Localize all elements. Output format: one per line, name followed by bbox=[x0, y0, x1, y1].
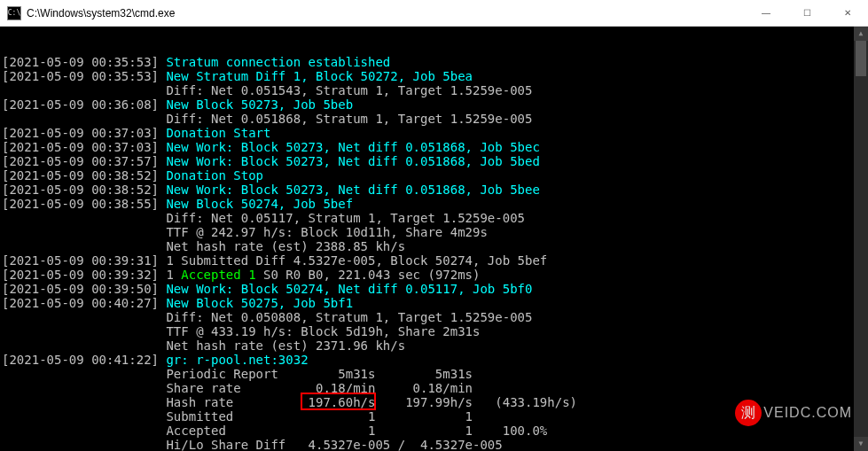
timestamp: [2021-05-09 00:35:53] bbox=[2, 69, 166, 83]
console-line: [2021-05-09 00:40:27] New Block 50275, J… bbox=[2, 296, 866, 310]
titlebar[interactable]: C:\ C:\Windows\system32\cmd.exe — ☐ ✕ bbox=[0, 0, 868, 27]
timestamp: [2021-05-09 00:35:53] bbox=[2, 55, 166, 69]
timestamp bbox=[2, 338, 166, 353]
console-line: [2021-05-09 00:41:22] gr: r-pool.net:303… bbox=[2, 353, 866, 367]
accepted-text: Accepted 1 bbox=[181, 268, 255, 282]
console-line: [2021-05-09 00:36:08] New Block 50273, J… bbox=[2, 97, 866, 112]
console-line: [2021-05-09 00:38:55] New Block 50274, J… bbox=[2, 197, 866, 211]
console-line: [2021-05-09 00:39:31] 1 Submitted Diff 4… bbox=[2, 253, 866, 268]
timestamp: [2021-05-09 00:37:03] bbox=[2, 140, 166, 154]
timestamp: [2021-05-09 00:40:27] bbox=[2, 296, 166, 310]
scrollbar[interactable]: ▲ ▼ bbox=[854, 27, 868, 451]
console-line: TTF @ 242.97 h/s: Block 10d11h, Share 4m… bbox=[2, 225, 866, 239]
console-line: Diff: Net 0.051868, Stratum 1, Target 1.… bbox=[2, 112, 866, 126]
watermark: 测 VEIDC.COM bbox=[735, 400, 852, 426]
text: New Work: Block 50273, Net diff 0.051868… bbox=[166, 183, 539, 197]
timestamp: [2021-05-09 00:38:52] bbox=[2, 168, 166, 183]
timestamp: [2021-05-09 00:39:50] bbox=[2, 282, 166, 296]
scroll-up-icon[interactable]: ▲ bbox=[854, 27, 868, 41]
timestamp bbox=[2, 367, 166, 381]
scroll-thumb[interactable] bbox=[856, 41, 866, 76]
console-line: TTF @ 433.19 h/s: Block 5d19h, Share 2m3… bbox=[2, 324, 866, 338]
console-line: Diff: Net 0.05117, Stratum 1, Target 1.5… bbox=[2, 211, 866, 225]
timestamp: [2021-05-09 00:37:03] bbox=[2, 126, 166, 140]
console-line: [2021-05-09 00:37:03] New Work: Block 50… bbox=[2, 140, 866, 154]
timestamp bbox=[2, 211, 166, 225]
cmd-icon: C:\ bbox=[7, 6, 21, 20]
timestamp bbox=[2, 239, 166, 253]
text: Share rate 0.18/min 0.18/min bbox=[166, 381, 473, 395]
text: Net hash rate (est) 2388.85 kh/s bbox=[166, 239, 405, 253]
text: 1 Submitted Diff 4.5327e-005, Block 5027… bbox=[166, 253, 547, 268]
timestamp: [2021-05-09 00:36:08] bbox=[2, 97, 166, 112]
console-line: Diff: Net 0.051543, Stratum 1, Target 1.… bbox=[2, 83, 866, 97]
watermark-text: VEIDC.COM bbox=[763, 406, 852, 420]
timestamp bbox=[2, 310, 166, 324]
text: New Work: Block 50273, Net diff 0.051868… bbox=[166, 154, 539, 168]
console-line: Net hash rate (est) 2388.85 kh/s bbox=[2, 239, 866, 253]
text: Diff: Net 0.05117, Stratum 1, Target 1.5… bbox=[166, 211, 525, 225]
text: Hi/Lo Share Diff 4.5327e-005 / 4.5327e-0… bbox=[166, 438, 502, 451]
text: 1 bbox=[166, 268, 181, 282]
maximize-button[interactable]: ☐ bbox=[786, 0, 827, 26]
timestamp bbox=[2, 381, 166, 395]
text: New Block 50273, Job 5beb bbox=[166, 97, 353, 112]
text: Submitted 1 1 bbox=[166, 409, 473, 424]
text: New Block 50274, Job 5bef bbox=[166, 197, 353, 211]
console-line: Diff: Net 0.050808, Stratum 1, Target 1.… bbox=[2, 310, 866, 324]
console-line: [2021-05-09 00:39:50] New Work: Block 50… bbox=[2, 282, 866, 296]
text: Donation Start bbox=[166, 126, 270, 140]
text: TTF @ 242.97 h/s: Block 10d11h, Share 4m… bbox=[166, 225, 487, 239]
text: Stratum connection established bbox=[166, 55, 390, 69]
text: Donation Stop bbox=[166, 168, 263, 183]
console-output[interactable]: [2021-05-09 00:35:53] Stratum connection… bbox=[0, 27, 868, 451]
text: Diff: Net 0.051868, Stratum 1, Target 1.… bbox=[166, 112, 532, 126]
close-button[interactable]: ✕ bbox=[827, 0, 868, 26]
console-line: [2021-05-09 00:39:32] 1 Accepted 1 S0 R0… bbox=[2, 268, 866, 282]
text: TTF @ 433.19 h/s: Block 5d19h, Share 2m3… bbox=[166, 324, 480, 338]
text: Diff: Net 0.051543, Stratum 1, Target 1.… bbox=[166, 83, 532, 97]
timestamp bbox=[2, 438, 166, 451]
timestamp: [2021-05-09 00:37:57] bbox=[2, 154, 166, 168]
console-line: Net hash rate (est) 2371.96 kh/s bbox=[2, 338, 866, 353]
text: Diff: Net 0.050808, Stratum 1, Target 1.… bbox=[166, 310, 532, 324]
console-line: [2021-05-09 00:35:53] Stratum connection… bbox=[2, 55, 866, 69]
timestamp bbox=[2, 424, 166, 438]
console-line: [2021-05-09 00:38:52] Donation Stop bbox=[2, 168, 866, 183]
console-line: [2021-05-09 00:38:52] New Work: Block 50… bbox=[2, 183, 866, 197]
text: New Work: Block 50273, Net diff 0.051868… bbox=[166, 140, 539, 154]
console-line: [2021-05-09 00:35:53] New Stratum Diff 1… bbox=[2, 69, 866, 83]
console-line: Periodic Report 5m31s 5m31s bbox=[2, 367, 866, 381]
scroll-down-icon[interactable]: ▼ bbox=[854, 437, 868, 451]
console-line: [2021-05-09 00:37:57] New Work: Block 50… bbox=[2, 154, 866, 168]
timestamp: [2021-05-09 00:41:22] bbox=[2, 353, 166, 367]
timestamp bbox=[2, 83, 166, 97]
scroll-track[interactable] bbox=[854, 41, 868, 437]
text: Net hash rate (est) 2371.96 kh/s bbox=[166, 338, 405, 353]
timestamp: [2021-05-09 00:38:52] bbox=[2, 183, 166, 197]
window-buttons: — ☐ ✕ bbox=[746, 0, 868, 26]
console-line: Share rate 0.18/min 0.18/min bbox=[2, 381, 866, 395]
console-line: Hi/Lo Share Diff 4.5327e-005 / 4.5327e-0… bbox=[2, 438, 866, 451]
watermark-badge-icon: 测 bbox=[735, 400, 762, 426]
timestamp bbox=[2, 324, 166, 338]
text: New Work: Block 50274, Net diff 0.05117,… bbox=[166, 282, 532, 296]
timestamp: [2021-05-09 00:39:32] bbox=[2, 268, 166, 282]
text: Hash rate 197.60h/s 197.99h/s (433.19h/s… bbox=[166, 395, 577, 409]
timestamp bbox=[2, 395, 166, 409]
text: gr: r-pool.net:3032 bbox=[166, 353, 308, 367]
timestamp bbox=[2, 409, 166, 424]
window-title: C:\Windows\system32\cmd.exe bbox=[21, 7, 746, 19]
text: Periodic Report 5m31s 5m31s bbox=[166, 367, 473, 381]
timestamp: [2021-05-09 00:39:31] bbox=[2, 253, 166, 268]
timestamp: [2021-05-09 00:38:55] bbox=[2, 197, 166, 211]
text: New Block 50275, Job 5bf1 bbox=[166, 296, 353, 310]
text: Accepted 1 1 100.0% bbox=[166, 424, 547, 438]
minimize-button[interactable]: — bbox=[746, 0, 786, 26]
timestamp bbox=[2, 225, 166, 239]
console-line: [2021-05-09 00:37:03] Donation Start bbox=[2, 126, 866, 140]
timestamp bbox=[2, 112, 166, 126]
text: New Stratum Diff 1, Block 50272, Job 5be… bbox=[166, 69, 473, 83]
text: S0 R0 B0, 221.043 sec (972ms) bbox=[256, 268, 481, 282]
